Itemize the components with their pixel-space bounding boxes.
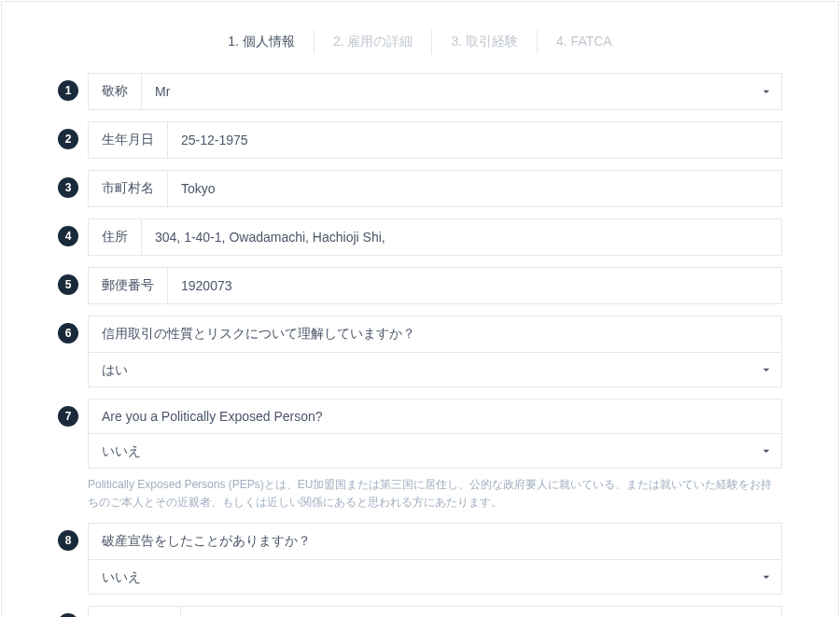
row-postal: 5 郵便番号 [58, 267, 782, 304]
row-margin: 6 信用取引の性質とリスクについて理解していますか？ はい [58, 316, 782, 387]
step-badge-8: 8 [58, 530, 78, 551]
tab-employment[interactable]: 2. 雇用の詳細 [315, 30, 433, 54]
input-address[interactable] [142, 219, 781, 255]
select-pep[interactable]: いいえ [88, 434, 782, 469]
step-badge-4: 4 [58, 226, 78, 246]
row-city: 3 市町村名 [58, 170, 782, 207]
row-address: 4 住所 [58, 218, 782, 256]
row-dob: 2 生年月日 [58, 121, 782, 159]
select-margin[interactable]: はい [88, 353, 782, 387]
label-title: 敬称 [89, 74, 142, 109]
step-badge-9: 9 [58, 613, 78, 617]
form-container: 1. 個人情報 2. 雇用の詳細 3. 取引経験 4. FATCA 1 敬称 M… [1, 1, 839, 617]
label-city: 市町村名 [89, 171, 168, 206]
step-badge-1: 1 [58, 80, 78, 101]
tab-fatca[interactable]: 4. FATCA [538, 30, 631, 54]
step-badge-6: 6 [58, 323, 78, 344]
helper-pep: Politically Exposed Persons (PEPs)とは、EU加… [88, 476, 782, 512]
row-pep: 7 Are you a Politically Exposed Person? … [58, 399, 782, 512]
form-body: 1 敬称 Mr 2 生年月日 3 [2, 73, 838, 617]
row-title: 1 敬称 Mr [58, 73, 782, 110]
step-badge-3: 3 [58, 177, 78, 198]
label-bankruptcy: 破産宣告をしたことがありますか？ [88, 523, 782, 560]
input-postal[interactable] [168, 268, 781, 303]
select-title[interactable]: Mr [142, 74, 781, 109]
label-address: 住所 [89, 219, 142, 255]
select-bankruptcy[interactable]: いいえ [88, 560, 782, 595]
row-bankruptcy: 8 破産宣告をしたことがありますか？ いいえ [58, 523, 782, 595]
step-badge-5: 5 [58, 274, 78, 295]
tab-personal-info[interactable]: 1. 個人情報 [209, 30, 315, 54]
step-badge-7: 7 [58, 406, 78, 427]
label-postal: 郵便番号 [89, 268, 168, 303]
label-margin: 信用取引の性質とリスクについて理解していますか？ [88, 316, 782, 353]
select-language[interactable]: 日本語 [181, 607, 781, 617]
step-badge-2: 2 [58, 129, 78, 149]
input-city[interactable] [168, 171, 781, 206]
label-pep: Are you a Politically Exposed Person? [88, 399, 782, 434]
label-dob: 生年月日 [89, 122, 168, 158]
row-language: 9 連絡先言語 日本語 [58, 606, 782, 617]
tab-experience[interactable]: 3. 取引経験 [432, 30, 538, 54]
input-dob[interactable] [168, 122, 781, 158]
label-language: 連絡先言語 [89, 607, 181, 617]
step-tabs: 1. 個人情報 2. 雇用の詳細 3. 取引経験 4. FATCA [2, 2, 838, 73]
